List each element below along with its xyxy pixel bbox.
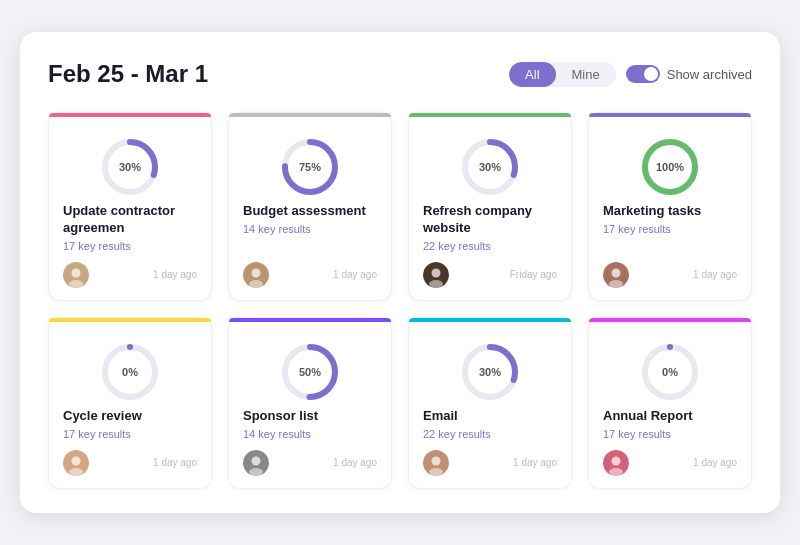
card-top-border (409, 318, 571, 322)
card-time: 1 day ago (693, 457, 737, 468)
avatar (603, 262, 629, 288)
donut-chart: 30% (102, 139, 158, 195)
donut-label: 100% (656, 161, 684, 173)
card-footer: 1 day ago (603, 450, 737, 476)
svg-point-14 (429, 280, 443, 288)
card-time: 1 day ago (153, 457, 197, 468)
donut-chart: 50% (282, 344, 338, 400)
svg-point-9 (249, 280, 263, 288)
avatar (603, 450, 629, 476)
card-progress-area: 75% (243, 139, 377, 195)
card-time: 1 day ago (693, 269, 737, 280)
donut-label: 0% (122, 366, 138, 378)
svg-point-28 (252, 456, 261, 465)
svg-point-4 (69, 280, 83, 288)
card-title: Refresh company website (423, 203, 557, 237)
card-4[interactable]: 100%Marketing tasks17 key results 1 day … (588, 112, 752, 301)
svg-point-38 (612, 456, 621, 465)
cards-grid: 30%Update contractor agreemen17 key resu… (48, 112, 752, 489)
card-progress-area: 50% (243, 344, 377, 400)
card-progress-area: 100% (603, 139, 737, 195)
header-controls: All Mine Show archived (509, 62, 752, 87)
card-footer: 1 day ago (63, 262, 197, 288)
svg-point-13 (432, 268, 441, 277)
card-footer: 1 day ago (63, 450, 197, 476)
avatar (243, 262, 269, 288)
card-footer: 1 day ago (243, 450, 377, 476)
filter-mine-button[interactable]: Mine (556, 62, 616, 87)
donut-label: 30% (479, 366, 501, 378)
card-7[interactable]: 30%Email22 key results 1 day ago (408, 317, 572, 489)
card-top-border (589, 318, 751, 322)
header: Feb 25 - Mar 1 All Mine Show archived (48, 60, 752, 88)
card-title: Annual Report (603, 408, 693, 425)
card-top-border (229, 318, 391, 322)
svg-point-24 (69, 468, 83, 476)
card-title: Budget assessment (243, 203, 366, 220)
card-progress-area: 30% (423, 344, 557, 400)
card-2[interactable]: 75%Budget assessment14 key results 1 day… (228, 112, 392, 301)
svg-point-18 (612, 268, 621, 277)
svg-point-23 (72, 456, 81, 465)
toggle-label: Show archived (667, 67, 752, 82)
card-time: 1 day ago (153, 269, 197, 280)
card-title: Update contractor agreemen (63, 203, 197, 237)
filter-all-button[interactable]: All (509, 62, 555, 87)
svg-point-39 (609, 468, 623, 476)
card-key-results: 14 key results (243, 223, 311, 235)
card-key-results: 22 key results (423, 240, 491, 252)
card-top-border (49, 113, 211, 117)
card-top-border (409, 113, 571, 117)
card-title: Email (423, 408, 458, 425)
donut-label: 30% (479, 161, 501, 173)
donut-chart: 100% (642, 139, 698, 195)
card-title: Marketing tasks (603, 203, 701, 220)
card-5[interactable]: 0%Cycle review17 key results 1 day ago (48, 317, 212, 489)
card-time: 1 day ago (513, 457, 557, 468)
card-footer: 1 day ago (603, 262, 737, 288)
card-key-results: 14 key results (243, 428, 311, 440)
donut-chart: 30% (462, 344, 518, 400)
filter-group: All Mine (509, 62, 616, 87)
card-title: Cycle review (63, 408, 142, 425)
card-key-results: 17 key results (603, 428, 671, 440)
svg-point-34 (429, 468, 443, 476)
donut-label: 75% (299, 161, 321, 173)
donut-label: 50% (299, 366, 321, 378)
donut-label: 30% (119, 161, 141, 173)
donut-chart: 30% (462, 139, 518, 195)
card-top-border (229, 113, 391, 117)
card-top-border (589, 113, 751, 117)
card-3[interactable]: 30%Refresh company website22 key results… (408, 112, 572, 301)
card-6[interactable]: 50%Sponsor list14 key results 1 day ago (228, 317, 392, 489)
card-key-results: 17 key results (603, 223, 671, 235)
svg-point-19 (609, 280, 623, 288)
donut-label: 0% (662, 366, 678, 378)
card-key-results: 22 key results (423, 428, 491, 440)
card-footer: 1 day ago (243, 262, 377, 288)
card-key-results: 17 key results (63, 240, 131, 252)
card-time: 1 day ago (333, 269, 377, 280)
app-container: Feb 25 - Mar 1 All Mine Show archived 30… (20, 32, 780, 513)
card-title: Sponsor list (243, 408, 318, 425)
svg-point-33 (432, 456, 441, 465)
page-title: Feb 25 - Mar 1 (48, 60, 208, 88)
svg-point-3 (72, 268, 81, 277)
show-archived-toggle[interactable] (626, 65, 660, 83)
avatar (423, 450, 449, 476)
card-1[interactable]: 30%Update contractor agreemen17 key resu… (48, 112, 212, 301)
card-footer: Friday ago (423, 262, 557, 288)
donut-chart: 75% (282, 139, 338, 195)
card-time: 1 day ago (333, 457, 377, 468)
svg-point-29 (249, 468, 263, 476)
card-8[interactable]: 0%Annual Report17 key results 1 day ago (588, 317, 752, 489)
card-key-results: 17 key results (63, 428, 131, 440)
avatar (63, 450, 89, 476)
donut-chart: 0% (102, 344, 158, 400)
card-progress-area: 0% (63, 344, 197, 400)
card-time: Friday ago (510, 269, 557, 280)
avatar (243, 450, 269, 476)
card-footer: 1 day ago (423, 450, 557, 476)
card-progress-area: 30% (423, 139, 557, 195)
card-progress-area: 30% (63, 139, 197, 195)
